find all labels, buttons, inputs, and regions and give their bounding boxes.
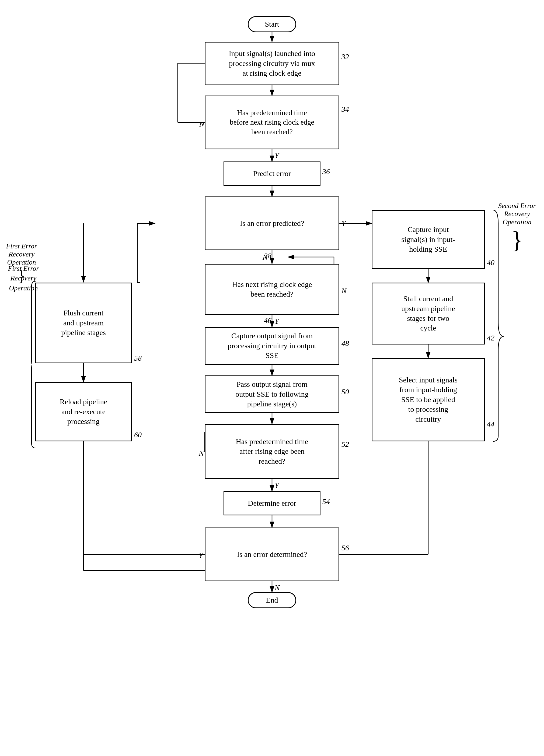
second-error-label: Second Error Recovery Operation } [496, 202, 539, 254]
label-42: 42 [487, 334, 494, 342]
label-46: 46 [264, 316, 271, 325]
node-54: Determine error [223, 491, 321, 515]
node-58: Flush current and upstream pipeline stag… [35, 283, 132, 363]
node-40: Capture input signal(s) in input- holdin… [372, 210, 485, 269]
label-56: 56 [342, 544, 349, 552]
n46-no-label: N [342, 287, 347, 295]
label-32: 32 [342, 52, 349, 61]
label-58: 58 [134, 354, 142, 363]
flowchart-container: Start Input signal(s) launched into proc… [0, 0, 544, 756]
first-error-brace [30, 281, 38, 448]
n56-no-label: N [275, 583, 280, 592]
node-50: Pass output signal from output SSE to fo… [205, 375, 339, 413]
n34-yes-label: Y [275, 151, 279, 160]
label-52: 52 [342, 440, 349, 449]
label-40: 40 [487, 258, 494, 267]
node-56: Is an error determined? [205, 528, 339, 581]
label-48: 48 [342, 339, 349, 348]
node-44: Select input signals from input-holding … [372, 358, 485, 441]
n38-yes-label: Y [342, 219, 346, 228]
label-50: 50 [342, 388, 349, 396]
node-52: Has predetermined time after rising edge… [205, 424, 339, 479]
node-38: Is an error predicted? [205, 196, 339, 250]
node-60: Reload pipeline and re-execute processin… [35, 382, 132, 441]
label-60: 60 [134, 431, 142, 439]
label-44: 44 [487, 420, 494, 428]
label-54: 54 [322, 497, 330, 506]
node-46: Has next rising clock edge been reached? [205, 264, 339, 315]
end-node: End [248, 592, 296, 608]
node-42: Stall current and upstream pipeline stag… [372, 283, 485, 344]
n46-yes-label: Y [275, 317, 279, 326]
node-48: Capture output signal from processing ci… [205, 327, 339, 365]
n52-no-label: N [199, 449, 204, 458]
label-34: 34 [342, 105, 349, 114]
start-node: Start [248, 16, 296, 32]
n56-yes-label: Y [199, 551, 203, 560]
node-36: Predict error [223, 161, 321, 186]
n52-yes-label: Y [275, 481, 279, 490]
label-36: 36 [322, 167, 330, 176]
node-32: Input signal(s) launched into processing… [205, 42, 339, 85]
node-34: Has predetermined time before next risin… [205, 96, 339, 149]
n38-no-label: N [262, 253, 268, 262]
n34-no-label: N [199, 120, 204, 128]
